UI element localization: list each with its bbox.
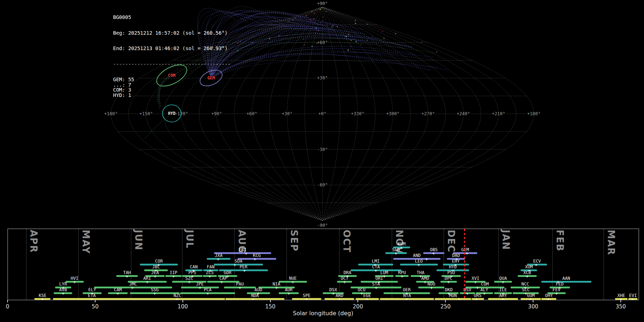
shower-peak-AUR: + bbox=[287, 291, 290, 296]
x-tick-label: 350 bbox=[616, 303, 626, 310]
shower-peak-PAU: + bbox=[238, 285, 241, 290]
lon-label: +330° bbox=[351, 111, 365, 116]
shower-peak-PER: + bbox=[243, 268, 246, 273]
month-boundary-line bbox=[26, 229, 26, 300]
month-boundary-line bbox=[339, 229, 340, 300]
lon-label: +120° bbox=[175, 111, 188, 116]
shower-peak-URS: + bbox=[475, 297, 478, 300]
x-tick bbox=[182, 300, 183, 302]
gem-meteor-track bbox=[211, 54, 447, 78]
lat-label: +60° bbox=[317, 40, 328, 45]
month-boundary-line bbox=[182, 229, 182, 300]
gem-meteor-track bbox=[211, 38, 404, 78]
pole-label-north: +90° bbox=[317, 1, 328, 6]
month-boundary-line bbox=[498, 229, 499, 300]
lon-label: +0° bbox=[318, 111, 327, 116]
shower-peak-SPE: + bbox=[305, 297, 308, 300]
shower-peak-JXA: + bbox=[217, 257, 220, 261]
month-label-FEB: FEB bbox=[555, 230, 565, 252]
sporadic-meteor-dot bbox=[436, 52, 437, 53]
shower-label-AND: AND bbox=[413, 253, 421, 258]
sporadic-meteor-dot bbox=[315, 28, 316, 29]
shower-peak-QUA: + bbox=[502, 279, 504, 284]
sporadic-meteor-dot bbox=[306, 15, 307, 16]
lon-label: +150° bbox=[140, 111, 153, 116]
x-tick-label: 150 bbox=[265, 303, 275, 310]
x-tick bbox=[533, 300, 533, 302]
lon-label: +300° bbox=[386, 111, 400, 116]
shower-peak-AVB: + bbox=[62, 291, 64, 296]
gem-meteor-track bbox=[211, 19, 346, 78]
gem-meteor-track bbox=[211, 34, 382, 78]
shower-peak-XCB: + bbox=[526, 274, 529, 278]
sporadic-meteor-dot bbox=[278, 35, 279, 36]
sporadic-meteor-dot bbox=[367, 40, 367, 40]
meridian bbox=[322, 7, 428, 221]
shower-peak-IIP: + bbox=[172, 274, 175, 278]
shower-peak-EVI: + bbox=[631, 297, 634, 300]
sporadic-meteor-dot bbox=[361, 44, 362, 45]
sporadic-meteor-dot bbox=[329, 9, 330, 10]
pole-label-south: -90° bbox=[317, 223, 328, 228]
lon-label: +60° bbox=[247, 111, 257, 116]
x-axis-label: Solar longitude (deg) bbox=[293, 310, 353, 317]
sporadic-meteor-dot bbox=[372, 36, 373, 37]
x-tick bbox=[270, 300, 271, 302]
sporadic-meteor-dot bbox=[311, 11, 312, 12]
shower-peak-CAM: + bbox=[117, 291, 119, 296]
sporadic-meteor-dot bbox=[355, 20, 356, 21]
shower-peak-ALY: + bbox=[483, 291, 486, 296]
sporadic-meteor-dot bbox=[238, 43, 238, 43]
sporadic-meteor-dot bbox=[395, 33, 396, 34]
gem-meteor-track bbox=[211, 52, 433, 78]
month-boundary-line bbox=[78, 229, 79, 300]
sporadic-meteor-dot bbox=[367, 24, 368, 25]
shower-peak-MON: + bbox=[458, 297, 460, 300]
sporadic-meteor-dot bbox=[320, 23, 321, 23]
begin-time: Beg: 20251212 16:57:02 (sol = 260.56°) bbox=[113, 30, 231, 36]
shower-bar-CAP bbox=[207, 281, 239, 283]
shower-bar-MON bbox=[435, 298, 471, 300]
sporadic-meteor-dot bbox=[294, 18, 296, 19]
meteor-radiant-screen: +180°+150°+120°+90°+60°+30°+0°+330°+300°… bbox=[0, 0, 644, 322]
shower-peak-SZC: + bbox=[188, 279, 191, 284]
shower-count-row: ...: 7 bbox=[113, 82, 231, 88]
sporadic-meteor-dot bbox=[421, 42, 422, 42]
sporadic-meteor-dot bbox=[320, 9, 321, 10]
shower-peak-ARI: + bbox=[146, 279, 148, 284]
shower-peak-COM: + bbox=[476, 285, 479, 290]
shower-peak-ETA: + bbox=[90, 297, 93, 300]
x-tick-label: 100 bbox=[177, 303, 188, 310]
gem-meteor-track bbox=[211, 46, 415, 78]
shower-peak-OCT: + bbox=[343, 279, 346, 284]
lat-label: -60° bbox=[317, 182, 328, 187]
sporadic-meteor-dot bbox=[323, 20, 324, 21]
sporadic-meteor-dot bbox=[348, 34, 349, 35]
sporadic-meteor-dot bbox=[296, 17, 296, 18]
gem-meteor-track bbox=[211, 37, 362, 78]
shower-count-row: HYD: 1 bbox=[113, 93, 231, 98]
lon-label: +90° bbox=[211, 111, 222, 116]
shower-peak-HVI: + bbox=[73, 279, 76, 284]
sporadic-meteor-dot bbox=[356, 41, 357, 42]
sporadic-meteor-dot bbox=[376, 43, 377, 44]
sporadic-meteor-dot bbox=[318, 30, 319, 31]
shower-bar-AAN bbox=[541, 281, 591, 283]
shower-bar-NDA bbox=[225, 298, 284, 300]
sporadic-meteor-dot bbox=[326, 11, 326, 12]
shower-peak-CAP: + bbox=[220, 279, 223, 284]
shower-peak-JMC: + bbox=[131, 285, 134, 290]
end-time: End: 20251213 01:46:02 (sol = 260.93°) bbox=[113, 46, 231, 51]
x-tick-label: 300 bbox=[528, 303, 538, 310]
shower-bar-KCG bbox=[238, 258, 277, 260]
shower-peak-GUM: + bbox=[529, 297, 532, 300]
sporadic-meteor-dot bbox=[348, 49, 349, 50]
shower-peak-ERI: + bbox=[245, 251, 248, 255]
shower-peak-LEO: + bbox=[417, 262, 420, 267]
shower-peak-XVI: + bbox=[474, 279, 477, 284]
lat-label: +30° bbox=[317, 75, 328, 80]
shower-peak-SSG: + bbox=[153, 291, 156, 296]
shower-peak-STA: + bbox=[375, 285, 377, 290]
shower-peak-FEV: + bbox=[555, 291, 558, 296]
x-tick-label: 250 bbox=[440, 303, 451, 310]
